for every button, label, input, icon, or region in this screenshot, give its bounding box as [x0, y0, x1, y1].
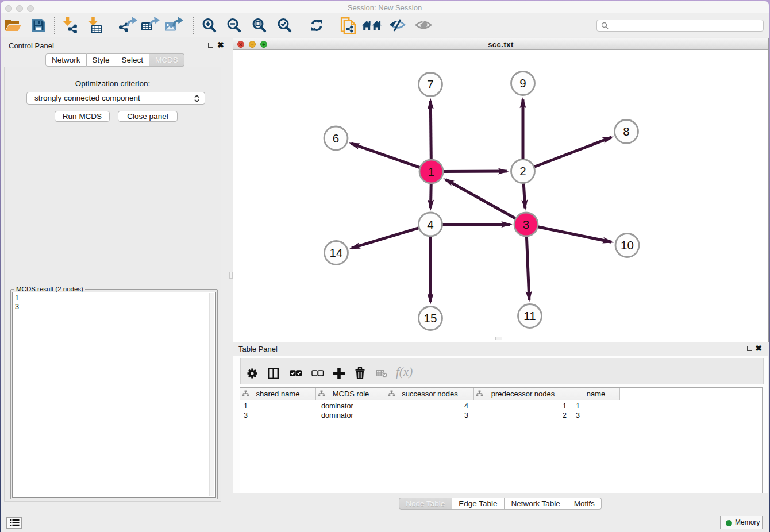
svg-text:2: 2: [519, 164, 526, 178]
svg-text:8: 8: [623, 125, 629, 138]
svg-text:14: 14: [330, 246, 343, 259]
svg-text:1: 1: [428, 165, 434, 178]
svg-text:3: 3: [523, 218, 529, 231]
svg-text:7: 7: [427, 78, 433, 91]
svg-text:15: 15: [424, 311, 437, 325]
svg-text:6: 6: [333, 132, 339, 145]
svg-text:11: 11: [523, 309, 536, 322]
svg-text:4: 4: [427, 218, 433, 231]
svg-text:10: 10: [621, 238, 634, 252]
svg-text:9: 9: [519, 76, 526, 90]
